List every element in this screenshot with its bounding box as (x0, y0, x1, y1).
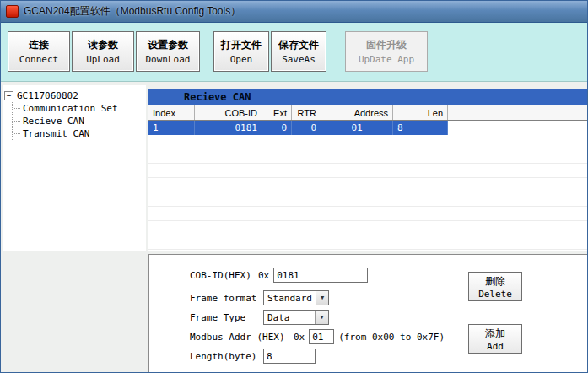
frame-type-select[interactable]: Data ▼ (263, 310, 329, 325)
window-title: GCAN204配置软件（ModbusRtu Config Tools） (24, 4, 240, 19)
cobid-label: COB-ID(HEX) (190, 270, 254, 281)
length-input[interactable] (263, 349, 316, 364)
frame-format-row: Frame format Standard ▼ (190, 289, 329, 306)
tree-branch-line (13, 108, 20, 109)
chevron-down-icon[interactable]: ▼ (316, 291, 328, 305)
device-tree: − GC117060802 Communication Set Recieve … (3, 85, 146, 251)
cell-len: 8 (393, 121, 448, 135)
saveas-label-zh: 保存文件 (278, 38, 319, 52)
tree-root-label: GC117060802 (17, 90, 78, 101)
cell-address: 01 (321, 121, 393, 135)
tree-item-label: Communication Set (23, 103, 118, 114)
column-header-index[interactable]: Index (148, 105, 195, 120)
cobid-input[interactable] (273, 268, 368, 283)
cell-ext: 0 (262, 121, 292, 135)
modbus-addr-label: Modbus Addr (HEX) (190, 332, 289, 343)
edit-panel: COB-ID(HEX) 0x Frame format Standard ▼ F… (148, 254, 588, 373)
grid-header: Index COB-ID Ext RTR Address Len (148, 105, 588, 121)
column-header-len[interactable]: Len (393, 105, 448, 120)
grid-caption: Recieve CAN (148, 89, 588, 105)
frame-format-label: Frame format (190, 293, 259, 304)
table-row-selected[interactable]: 1 0181 0 0 01 8 (148, 121, 448, 135)
delete-label-zh: 删除 (485, 274, 505, 289)
update-label-en: UpDate App (359, 54, 414, 65)
frame-type-row: Frame Type Data ▼ (190, 309, 329, 326)
cobid-hex-prefix: 0x (258, 270, 269, 281)
download-label-en: DownLoad (146, 54, 191, 65)
collapse-icon[interactable]: − (4, 91, 13, 100)
tree-item-communication-set[interactable]: Communication Set (13, 102, 144, 115)
frame-format-select[interactable]: Standard ▼ (263, 290, 329, 305)
modbus-addr-row: Modbus Addr (HEX) 0x (from 0x00 to 0x7F) (190, 328, 445, 345)
add-label-zh: 添加 (485, 327, 505, 341)
upload-label-en: UpLoad (86, 54, 120, 65)
frame-type-value: Data (264, 312, 294, 323)
tree-branch-line (13, 133, 20, 134)
title-bar[interactable]: GCAN204配置软件（ModbusRtu Config Tools） (1, 1, 588, 23)
tree-item-recieve-can[interactable]: Recieve CAN (13, 115, 144, 127)
delete-button[interactable]: 删除 Delete (468, 272, 522, 301)
open-label-en: Open (230, 54, 253, 65)
upload-button[interactable]: 读参数 UpLoad (72, 31, 134, 72)
tree-root-item[interactable]: − GC117060802 (4, 89, 144, 102)
connect-label-zh: 连接 (29, 38, 49, 52)
connect-label-en: Connect (19, 54, 58, 65)
upload-label-zh: 读参数 (88, 38, 118, 52)
column-header-address[interactable]: Address (321, 105, 393, 120)
frame-format-value: Standard (264, 293, 316, 304)
tree-item-transmit-can[interactable]: Transmit CAN (13, 127, 144, 140)
length-label: Length(byte) (190, 351, 259, 362)
modbus-range-hint: (from 0x00 to 0x7F) (338, 332, 445, 343)
firmware-update-button: 固件升级 UpDate App (345, 31, 428, 72)
update-label-zh: 固件升级 (366, 38, 407, 52)
cell-index: 1 (148, 121, 195, 135)
chevron-down-icon[interactable]: ▼ (315, 311, 328, 324)
modbus-addr-input[interactable] (309, 329, 334, 344)
download-button[interactable]: 设置参数 DownLoad (136, 31, 200, 72)
cobid-row: COB-ID(HEX) 0x (190, 267, 368, 284)
save-as-button[interactable]: 保存文件 SaveAs (271, 31, 326, 72)
open-label-zh: 打开文件 (221, 38, 262, 52)
download-label-zh: 设置参数 (148, 38, 188, 52)
tree-children: Communication Set Recieve CAN Transmit C… (12, 102, 144, 140)
modbus-hex-prefix: 0x (294, 332, 305, 343)
length-row: Length(byte) (190, 348, 316, 365)
tree-item-label: Transmit CAN (23, 128, 89, 139)
open-file-button[interactable]: 打开文件 Open (213, 31, 269, 72)
column-header-rtr[interactable]: RTR (292, 105, 321, 120)
app-icon (6, 5, 19, 18)
column-header-cobid[interactable]: COB-ID (195, 105, 262, 120)
saveas-label-en: SaveAs (282, 54, 316, 65)
tree-branch-line (13, 121, 20, 122)
add-button[interactable]: 添加 Add (468, 324, 522, 354)
toolbar: 连接 Connect 读参数 UpLoad 设置参数 DownLoad 打开文件… (1, 23, 588, 82)
app-window: GCAN204配置软件（ModbusRtu Config Tools） 连接 C… (0, 0, 588, 373)
cell-rtr: 0 (292, 121, 321, 135)
tree-item-label: Recieve CAN (23, 116, 84, 127)
cell-cobid: 0181 (195, 121, 262, 135)
delete-label-en: Delete (478, 289, 512, 300)
column-header-ext[interactable]: Ext (262, 105, 292, 120)
grid-empty-area (148, 135, 588, 251)
frame-type-label: Frame Type (190, 312, 259, 323)
add-label-en: Add (487, 341, 504, 352)
connect-button[interactable]: 连接 Connect (8, 31, 70, 72)
